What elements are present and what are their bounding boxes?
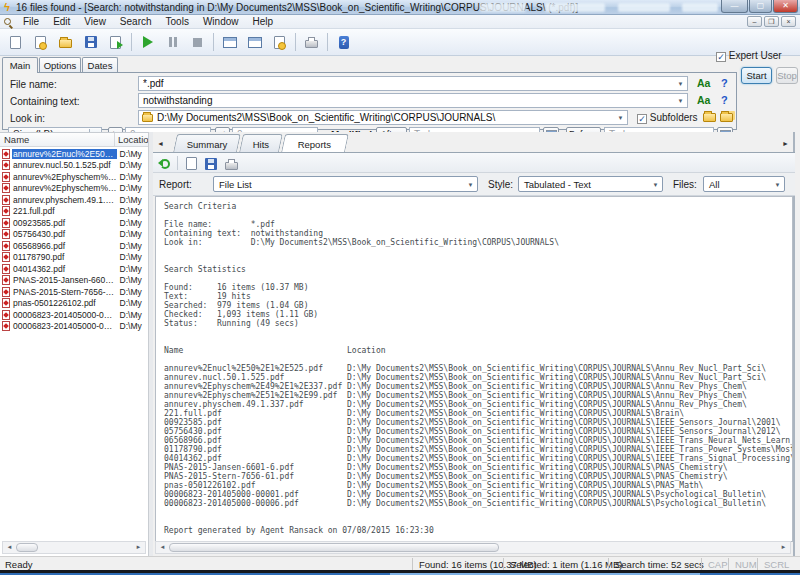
file-location[interactable]: D:\My xyxy=(117,275,148,285)
layout-button[interactable] xyxy=(243,31,266,53)
file-location[interactable]: D:\My xyxy=(117,321,148,331)
new-search-button[interactable] xyxy=(4,31,27,53)
report-hscrollbar[interactable]: ◄ ► xyxy=(155,541,791,554)
file-name[interactable]: PNAS-2015-Stern-7656-61.pdf xyxy=(12,287,117,297)
new-report-button[interactable] xyxy=(181,155,201,172)
start-search-button[interactable] xyxy=(136,31,159,53)
browse-folder-button[interactable] xyxy=(703,110,716,122)
file-name[interactable]: 00006823-201405000-00006.pdf xyxy=(12,321,117,331)
table-row[interactable]: pnas-0501226102.pdfD:\My xyxy=(0,298,148,310)
tabs-scroll-right-button[interactable]: ► xyxy=(780,137,791,150)
scroll-left-icon[interactable]: ◄ xyxy=(157,543,168,552)
stop-button[interactable]: Stop xyxy=(776,67,798,84)
table-row[interactable]: annurev%2Ephyschem%2E51%2E1%2E99.pdfD:\M… xyxy=(0,183,148,195)
pause-search-button[interactable] xyxy=(161,31,184,53)
file-name[interactable]: 00006823-201405000-00001.pdf xyxy=(12,310,117,320)
file-location[interactable]: D:\My xyxy=(117,183,148,193)
match-case-button[interactable]: Aa xyxy=(697,94,710,106)
table-row[interactable]: annurev.physchem.49.1.337.pdfD:\My xyxy=(0,194,148,206)
table-row[interactable]: 06568966.pdfD:\My xyxy=(0,240,148,252)
scroll-thumb[interactable] xyxy=(16,543,38,552)
file-location[interactable]: D:\My xyxy=(117,149,148,159)
subfolders-checkbox[interactable]: ✓ Subfolders xyxy=(637,112,698,124)
file-name[interactable]: annurev.physchem.49.1.337.pdf xyxy=(12,195,117,205)
expression-help-button[interactable]: ? xyxy=(721,77,728,89)
file-location[interactable]: D:\My xyxy=(117,195,148,205)
table-row[interactable]: 00006823-201405000-00001.pdfD:\My xyxy=(0,309,148,321)
style-select[interactable]: Tabulated - Text ▼ xyxy=(518,176,663,192)
menu-item-search[interactable]: Search xyxy=(113,15,159,28)
chevron-down-icon[interactable]: ▼ xyxy=(465,179,476,190)
chevron-down-icon[interactable]: ▼ xyxy=(675,78,686,89)
open-search-button[interactable] xyxy=(29,31,52,53)
file-location[interactable]: D:\My xyxy=(117,172,148,182)
scroll-left-icon[interactable]: ◄ xyxy=(4,543,15,552)
menu-item-view[interactable]: View xyxy=(77,15,113,28)
title-bar[interactable]: ϟ 16 files found - [Search: notwithstand… xyxy=(0,0,800,15)
file-name[interactable]: PNAS-2015-Jansen-6601-6.pdf xyxy=(12,275,117,285)
table-row[interactable]: 04014362.pdfD:\My xyxy=(0,263,148,275)
file-location[interactable]: D:\My xyxy=(117,287,148,297)
file-name-input[interactable]: ▼ xyxy=(138,76,688,91)
scroll-thumb[interactable] xyxy=(169,543,499,552)
table-row[interactable]: annurev%2Enucl%2E50%2E1%2E525.pdfD:\My xyxy=(0,148,148,160)
results-column-header[interactable]: Name Location xyxy=(0,133,148,147)
minimize-button[interactable]: — xyxy=(721,0,748,13)
column-location[interactable]: Location xyxy=(118,134,148,145)
search-options-button[interactable] xyxy=(268,31,291,53)
save-button[interactable] xyxy=(79,31,102,53)
file-location[interactable]: D:\My xyxy=(117,252,148,262)
file-name[interactable]: 00923585.pdf xyxy=(12,218,117,228)
file-name[interactable]: annurev%2Enucl%2E50%2E1%2E525.pdf xyxy=(12,149,117,159)
table-row[interactable]: 00923585.pdfD:\My xyxy=(0,217,148,229)
tab-main[interactable]: Main xyxy=(2,57,38,73)
file-name[interactable]: annurev%2Ephyschem%2E51%2E1%2E99.pdf xyxy=(12,183,117,193)
close-button[interactable]: ✕ xyxy=(773,0,798,13)
table-row[interactable]: annurev%2Ephyschem%2E49%2E1%2E337.pdfD:\… xyxy=(0,171,148,183)
containing-text-input[interactable]: ▼ xyxy=(138,93,688,108)
table-row[interactable]: annurev.nucl.50.1.525.pdfD:\My xyxy=(0,160,148,172)
file-location[interactable]: D:\My xyxy=(117,229,148,239)
files-select[interactable]: All ▼ xyxy=(703,176,785,192)
file-location[interactable]: D:\My xyxy=(117,218,148,228)
chevron-down-icon[interactable]: ▼ xyxy=(650,179,661,190)
table-row[interactable]: 01178790.pdfD:\My xyxy=(0,252,148,264)
stop-search-button[interactable] xyxy=(186,31,209,53)
expert-user-checkbox[interactable]: ✓ Expert User xyxy=(716,50,782,62)
chevron-down-icon[interactable]: ▼ xyxy=(675,95,686,106)
tab-reports[interactable]: Reports xyxy=(281,134,349,152)
scroll-right-icon[interactable]: ► xyxy=(778,543,789,552)
file-name[interactable]: annurev.nucl.50.1.525.pdf xyxy=(12,160,117,170)
file-location[interactable]: D:\My xyxy=(117,264,148,274)
report-view[interactable]: Search Criteria File name: *.pdf Contain… xyxy=(155,196,793,542)
file-location[interactable]: D:\My xyxy=(117,298,148,308)
menu-item-file[interactable]: File xyxy=(16,15,46,28)
mdi-restore-button[interactable]: ❐ xyxy=(764,16,779,27)
print-report-button[interactable] xyxy=(221,155,241,172)
results-hscrollbar[interactable]: ◄ ► xyxy=(2,541,146,554)
mdi-minimize-button[interactable]: – xyxy=(747,16,762,27)
chevron-down-icon[interactable]: ▼ xyxy=(772,179,783,190)
column-name[interactable]: Name xyxy=(4,134,29,145)
file-location[interactable]: D:\My xyxy=(117,241,148,251)
menu-item-window[interactable]: Window xyxy=(196,15,246,28)
menu-item-tools[interactable]: Tools xyxy=(159,15,196,28)
start-button[interactable]: Start xyxy=(741,67,772,84)
menu-item-edit[interactable]: Edit xyxy=(46,15,77,28)
table-row[interactable]: PNAS-2015-Jansen-6601-6.pdfD:\My xyxy=(0,275,148,287)
export-button[interactable] xyxy=(104,31,127,53)
multi-folder-button[interactable] xyxy=(720,110,733,122)
expression-help-button[interactable]: ? xyxy=(721,94,728,106)
tab-dates[interactable]: Dates xyxy=(82,57,118,72)
chevron-down-icon[interactable]: ▼ xyxy=(615,112,626,123)
mdi-close-button[interactable]: × xyxy=(781,16,796,27)
print-button[interactable] xyxy=(300,31,323,53)
view-toggle-button[interactable] xyxy=(218,31,241,53)
file-name[interactable]: 221.full.pdf xyxy=(12,206,117,216)
tabs-scroll-left-button[interactable]: ◄ xyxy=(155,137,166,150)
table-row[interactable]: 05756430.pdfD:\My xyxy=(0,229,148,241)
tab-summary[interactable]: Summary xyxy=(173,134,241,152)
report-type-select[interactable]: File List ▼ xyxy=(213,176,478,192)
file-location[interactable]: D:\My xyxy=(117,206,148,216)
table-row[interactable]: 00006823-201405000-00006.pdfD:\My xyxy=(0,321,148,333)
